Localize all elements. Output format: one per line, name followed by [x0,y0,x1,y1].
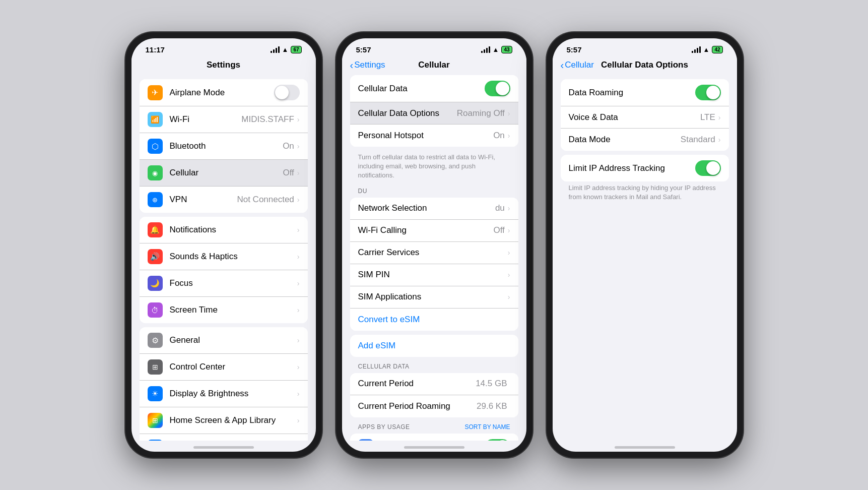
vpn-icon: ⊕ [148,192,163,207]
row-personalhotspot[interactable]: Personal Hotspot On › [350,125,518,147]
row-bluetooth[interactable]: ⬡ Bluetooth On › [140,133,308,160]
screentime-icon: ⏱ [148,302,163,318]
signal-bar-2 [273,49,275,53]
row-wifi[interactable]: 📶 Wi-Fi MIDIS.STAFF › [140,106,308,133]
wifi-chevron: › [297,115,300,124]
focus-icon: 🌙 [148,276,163,291]
wifi-icon-2: ▲ [493,46,499,53]
currentperiod-label: Current Period [358,379,476,389]
row-controlcenter[interactable]: ⊞ Control Center › [140,354,308,381]
row-wificalling[interactable]: Wi-Fi Calling Off › [350,220,518,242]
row-focus[interactable]: 🌙 Focus › [140,270,308,297]
cellular-data-section-label: CELLULAR DATA [350,361,518,373]
voicedata-value: LTE [700,112,715,122]
signal-bar-2d [489,46,490,53]
datamode-chevron: › [718,136,721,144]
row-sounds[interactable]: 🔊 Sounds & Haptics › [140,243,308,270]
wificalling-value: Off [493,225,504,235]
cellular-data-section: CELLULAR DATA Current Period 14.5 GB Cur… [350,361,518,417]
displaybrightness-chevron: › [297,390,300,398]
convertesim-label: Convert to eSIM [358,315,420,325]
wificalling-chevron: › [508,226,510,234]
du-section-label: DU [350,186,518,198]
row-displaybrightness[interactable]: ☀ Display & Brightness › [140,381,308,407]
voicedata-chevron: › [718,113,721,121]
status-icons-1: ▲ 67 [271,46,302,53]
phone-1: 11:17 ▲ 67 Settings [125,32,322,458]
battery-1: 67 [291,46,301,53]
settings-content-1[interactable]: ✈ Airplane Mode 📶 Wi-Fi [131,75,316,441]
simpin-chevron: › [508,271,510,279]
carrierservices-label: Carrier Services [358,248,508,258]
apps-group: 🗺 Google Maps [350,434,518,441]
cellulardata-toggle[interactable] [485,81,510,96]
currentperiodroaming-value: 29.6 KB [477,401,507,411]
screentime-label: Screen Time [170,305,297,315]
networkselection-label: Network Selection [358,203,495,213]
datamode-label: Data Mode [569,135,681,145]
status-icons-2: ▲ 43 [481,46,512,53]
simapplications-label: SIM Applications [358,292,508,302]
row-cellular[interactable]: ◉ Cellular Off › [140,160,308,187]
status-bar-1: 11:17 ▲ 67 [131,38,316,56]
vpn-label: VPN [170,195,237,205]
limitiptracking-label: Limit IP Address Tracking [569,163,695,173]
nav-header-1: Settings [131,56,316,75]
row-cellulardataoptions[interactable]: Cellular Data Options Roaming Off › [350,102,518,125]
row-notifications[interactable]: 🔔 Notifications › [140,217,308,243]
status-time-3: 5:57 [567,45,582,54]
settings-group-2: 🔔 Notifications › 🔊 Sounds & Haptics › [140,217,308,323]
row-addesim[interactable]: Add eSIM [350,335,518,357]
cellular-icon: ◉ [148,165,163,180]
signal-bar-2b [484,49,485,53]
row-voicedata[interactable]: Voice & Data LTE › [561,106,729,129]
row-cellulardata[interactable]: Cellular Data [350,75,518,102]
row-airplane[interactable]: ✈ Airplane Mode [140,79,308,106]
home-indicator-1 [193,446,254,449]
cellular-options-group-2: Limit IP Address Tracking [561,155,729,181]
row-simapplications[interactable]: SIM Applications › [350,286,518,309]
wificalling-label: Wi-Fi Calling [358,225,494,235]
cellular-content[interactable]: Cellular Data Cellular Data Options Roam… [342,75,526,441]
du-group: Network Selection du › Wi-Fi Calling Off… [350,198,518,331]
limitiptracking-toggle[interactable] [695,160,721,176]
vpn-chevron: › [297,196,300,204]
row-limitiptracking[interactable]: Limit IP Address Tracking [561,155,729,181]
sounds-icon: 🔊 [148,249,163,264]
back-button-3[interactable]: ‹ Cellular [561,60,594,70]
row-dataroaming[interactable]: Data Roaming [561,79,729,106]
airplane-toggle[interactable] [274,85,300,100]
row-carrierservices[interactable]: Carrier Services › [350,242,518,264]
row-convertesim[interactable]: Convert to eSIM [350,309,518,331]
googlemaps-toggle[interactable] [485,439,510,441]
row-networkselection[interactable]: Network Selection du › [350,198,518,220]
bluetooth-chevron: › [297,142,300,150]
signal-bar-3d [699,46,701,53]
row-homescreen[interactable]: ⊞ Home Screen & App Library › [140,407,308,434]
row-accessibility[interactable]: ⊕ Accessibility › [140,434,308,441]
sort-by-name-button[interactable]: SORT BY NAME [464,423,510,431]
dataroaming-toggle[interactable] [695,85,721,100]
row-googlemaps[interactable]: 🗺 Google Maps [350,434,518,441]
phone-3: 5:57 ▲ 42 ‹ Cellular Cellular Data Optio… [547,32,743,458]
row-general[interactable]: ⚙ General › [140,327,308,354]
back-button-2[interactable]: ‹ Settings [350,60,385,70]
vpn-value: Not Connected [237,195,294,205]
cellular-options-group-1: Data Roaming Voice & Data LTE › Data Mod… [561,79,729,151]
phone-2: 5:57 ▲ 43 ‹ Settings Cellular [336,32,532,458]
apps-by-usage-label: APPS BY USAGE [358,423,410,431]
datamode-value: Standard [681,135,715,145]
nav-header-2: ‹ Settings Cellular [342,56,526,75]
row-simpin[interactable]: SIM PIN › [350,264,518,286]
row-vpn[interactable]: ⊕ VPN Not Connected › [140,187,308,213]
screentime-chevron: › [297,306,300,314]
dataroaming-label: Data Roaming [569,88,695,98]
networkselection-value: du [495,203,505,213]
du-section: DU Network Selection du › Wi-Fi Calling … [350,186,518,331]
wifi-label: Wi-Fi [170,114,242,125]
row-screentime[interactable]: ⏱ Screen Time › [140,297,308,323]
personalhotspot-label: Personal Hotspot [358,131,494,141]
row-datamode[interactable]: Data Mode Standard › [561,129,729,151]
addesim-label: Add eSIM [358,341,396,351]
cellular-options-section-1: Data Roaming Voice & Data LTE › Data Mod… [561,79,729,151]
